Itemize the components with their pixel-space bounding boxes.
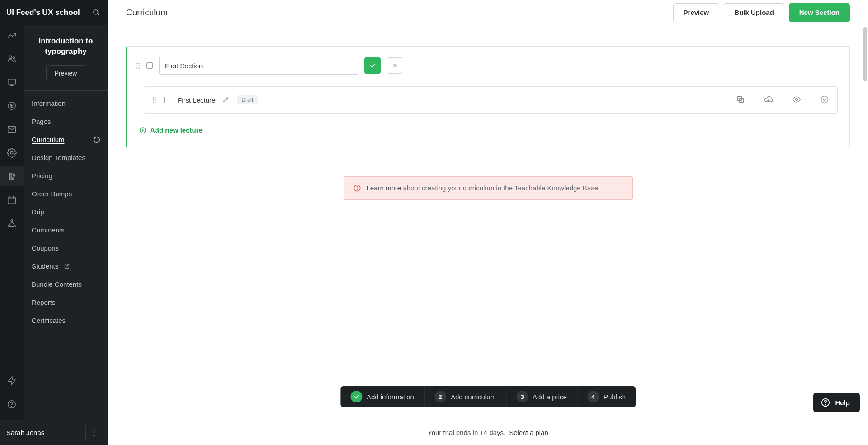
drag-handle-icon[interactable] <box>152 97 157 103</box>
lecture-name: First Lecture <box>178 96 215 104</box>
dollar-icon <box>7 101 17 111</box>
section-head <box>136 57 838 75</box>
duplicate-button[interactable] <box>736 95 745 105</box>
svg-line-1 <box>97 14 99 15</box>
select-plan-link[interactable]: Select a plan <box>509 429 548 436</box>
sidebar-item-reports[interactable]: Reports <box>24 294 108 312</box>
rail-settings[interactable] <box>0 143 24 163</box>
sidebar-item-label: Reports <box>32 298 56 306</box>
rename-lecture-button[interactable] <box>222 96 230 104</box>
sidebar-item-drip[interactable]: Drip <box>24 203 108 221</box>
svg-point-24 <box>93 432 94 433</box>
rail-power[interactable] <box>0 371 24 391</box>
step-add-curriculum[interactable]: 2 Add curriculum <box>425 386 506 407</box>
monitor-icon <box>7 77 17 87</box>
course-header: Introduction to typography Preview <box>24 25 108 91</box>
visibility-button[interactable] <box>792 95 801 105</box>
step-number: 4 <box>587 391 599 402</box>
confirm-section-button[interactable] <box>364 57 381 74</box>
sidebar-item-pricing[interactable]: Pricing <box>24 167 108 185</box>
network-icon <box>7 218 17 228</box>
sidebar-item-students[interactable]: Students <box>24 257 108 275</box>
chart-line-icon <box>7 30 17 40</box>
step-check-icon <box>350 391 362 402</box>
publish-button[interactable] <box>820 95 829 105</box>
new-section-button[interactable]: New Section <box>789 3 850 22</box>
svg-point-14 <box>11 220 13 222</box>
sidebar-item-coupons[interactable]: Coupons <box>24 239 108 257</box>
help-circle-icon <box>821 398 830 407</box>
rail-help[interactable] <box>0 394 24 414</box>
rail-users[interactable] <box>0 49 24 69</box>
section-checkbox[interactable] <box>146 62 153 69</box>
scrollbar-thumb[interactable] <box>863 27 867 81</box>
rail-emails[interactable] <box>0 119 24 139</box>
mail-icon <box>7 124 17 134</box>
trial-message: Your trial ends in 14 days. <box>428 429 505 436</box>
add-lecture-label: Add new lecture <box>150 126 203 134</box>
rail-calendar[interactable] <box>0 190 24 210</box>
sidebar-item-design-templates[interactable]: Design Templates <box>24 149 108 167</box>
external-link-icon <box>64 263 70 270</box>
learn-more-link[interactable]: Learn more <box>367 184 401 192</box>
step-label: Add a price <box>533 393 567 401</box>
section-name-input[interactable] <box>159 57 358 75</box>
check-icon <box>369 62 376 69</box>
progress-stepper: Add information 2 Add curriculum 3 Add a… <box>340 386 636 407</box>
svg-marker-20 <box>8 377 16 385</box>
sidebar-item-pages[interactable]: Pages <box>24 113 108 131</box>
bolt-icon <box>7 376 17 386</box>
sidebar-item-certificates[interactable]: Certificates <box>24 312 108 330</box>
step-number: 3 <box>516 391 528 402</box>
sidebar-nav: Information Pages Curriculum Design Temp… <box>24 91 108 445</box>
rail-integrations[interactable] <box>0 213 24 233</box>
sidebar-item-label: Pricing <box>32 172 52 180</box>
sidebar-item-curriculum[interactable]: Curriculum <box>24 131 108 149</box>
calendar-icon <box>7 195 17 205</box>
page-title: Curriculum <box>126 8 168 18</box>
rail-dashboard[interactable] <box>0 25 24 45</box>
help-button[interactable]: Help <box>813 393 860 412</box>
search-button[interactable] <box>91 7 102 18</box>
user-footer: Sarah Jonas <box>0 420 108 445</box>
download-button[interactable] <box>764 95 773 105</box>
check-circle-icon <box>820 95 829 104</box>
close-icon <box>392 62 398 69</box>
svg-point-9 <box>10 151 13 154</box>
sidebar-item-label: Pages <box>32 118 51 125</box>
sidebar-preview-button[interactable]: Preview <box>46 65 86 81</box>
bulk-upload-button[interactable]: Bulk Upload <box>724 3 784 22</box>
layers-icon <box>7 171 17 181</box>
preview-button[interactable]: Preview <box>673 3 720 22</box>
lecture-row[interactable]: First Lecture Draft <box>144 86 838 114</box>
svg-point-2 <box>9 56 12 58</box>
more-vertical-icon <box>90 429 98 437</box>
sidebar-item-information[interactable]: Information <box>24 95 108 113</box>
rail-courses[interactable] <box>0 166 24 186</box>
lecture-checkbox[interactable] <box>164 97 170 103</box>
gear-icon <box>7 148 17 158</box>
drag-handle-icon[interactable] <box>136 63 140 69</box>
rail-sales[interactable] <box>0 96 24 116</box>
main: Curriculum Preview Bulk Upload New Secti… <box>108 0 868 445</box>
rail-site[interactable] <box>0 72 24 92</box>
step-publish[interactable]: 4 Publish <box>577 386 636 407</box>
sidebar-item-label: Drip <box>32 208 44 216</box>
svg-rect-10 <box>8 197 16 204</box>
step-add-price[interactable]: 3 Add a price <box>506 386 577 407</box>
step-add-information[interactable]: Add information <box>340 386 425 407</box>
sidebar-item-label: Certificates <box>32 317 66 324</box>
add-lecture-button[interactable]: Add new lecture <box>136 126 203 134</box>
sidebar-item-comments[interactable]: Comments <box>24 221 108 239</box>
step-label: Publish <box>604 393 626 401</box>
scrollbar[interactable] <box>863 25 867 445</box>
sidebar-item-bundle-contents[interactable]: Bundle Contents <box>24 275 108 294</box>
cancel-section-button[interactable] <box>387 57 403 74</box>
topbar-actions: Preview Bulk Upload New Section <box>673 3 850 22</box>
user-menu-button[interactable] <box>85 425 102 441</box>
sidebar-item-order-bumps[interactable]: Order Bumps <box>24 185 108 203</box>
content: First Lecture Draft <box>108 25 868 445</box>
svg-point-25 <box>93 435 94 436</box>
sidebar-item-label: Students <box>32 262 58 270</box>
status-badge: Draft <box>237 95 258 104</box>
